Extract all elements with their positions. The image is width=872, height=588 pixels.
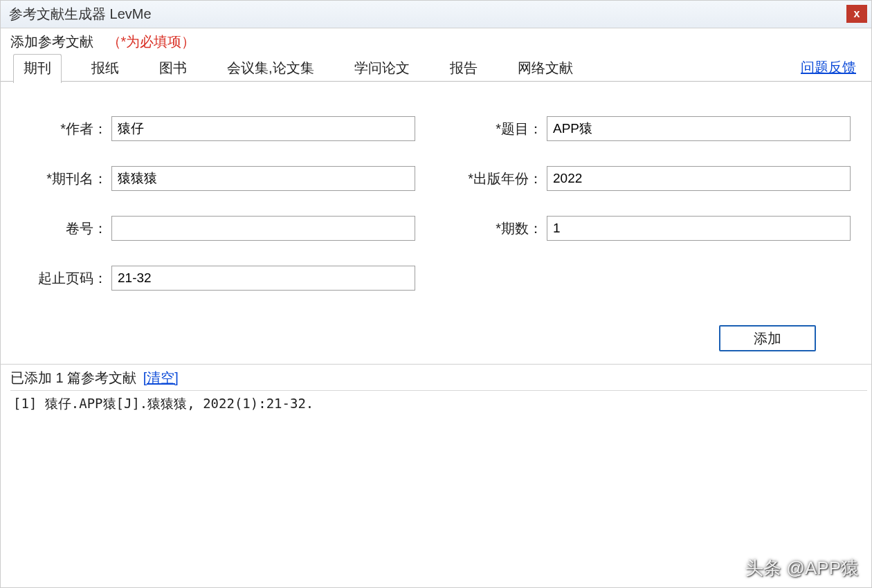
- field-author: *作者：: [21, 116, 415, 141]
- input-title[interactable]: [547, 116, 851, 141]
- added-suffix: 篇参考文献: [67, 370, 136, 385]
- input-pages[interactable]: [111, 266, 415, 291]
- label-author: *作者：: [21, 120, 111, 138]
- feedback-link[interactable]: 问题反馈: [801, 58, 859, 77]
- titlebar: 参考文献生成器 LevMe x: [1, 1, 871, 28]
- required-hint: （*为必填项）: [107, 34, 196, 49]
- tab-proceedings[interactable]: 会议集,论文集: [217, 54, 325, 83]
- input-volume[interactable]: [111, 216, 415, 241]
- add-reference-title: 添加参考文献: [10, 34, 93, 49]
- label-volume: 卷号：: [21, 219, 111, 238]
- tab-web[interactable]: 网络文献: [507, 54, 583, 83]
- form-area: *作者： *题目： *期刊名： *出版年份： 卷号： *期数：: [1, 82, 871, 304]
- tabs: 期刊 报纸 图书 会议集,论文集 学问论文 报告 网络文献 问题反馈: [1, 54, 871, 82]
- close-icon: x: [854, 8, 860, 20]
- add-row: 添加: [1, 304, 871, 364]
- label-journal: *期刊名：: [21, 169, 111, 188]
- field-issue: *期数：: [457, 216, 851, 241]
- tab-journal[interactable]: 期刊: [13, 54, 62, 83]
- tab-thesis[interactable]: 学问论文: [344, 54, 420, 83]
- label-pages: 起止页码：: [21, 269, 111, 288]
- added-prefix: 已添加: [10, 370, 52, 385]
- add-button[interactable]: 添加: [719, 325, 816, 351]
- section-header: 添加参考文献 （*为必填项）: [1, 28, 871, 54]
- label-issue: *期数：: [457, 219, 547, 238]
- input-year[interactable]: [547, 166, 851, 191]
- field-year: *出版年份：: [457, 166, 851, 191]
- window-title: 参考文献生成器 LevMe: [9, 5, 152, 24]
- output-line: [1] 猿仔.APP猿[J].猿猿猿, 2022(1):21-32.: [13, 395, 851, 413]
- close-button[interactable]: x: [846, 5, 867, 23]
- added-summary: 已添加 1 篇参考文献 [清空]: [1, 364, 871, 390]
- field-journal: *期刊名：: [21, 166, 415, 191]
- label-year: *出版年份：: [457, 169, 547, 188]
- label-title: *题目：: [457, 120, 547, 138]
- field-title: *题目：: [457, 116, 851, 141]
- input-author[interactable]: [111, 116, 415, 141]
- tab-report[interactable]: 报告: [439, 54, 488, 83]
- output-area[interactable]: [1] 猿仔.APP猿[J].猿猿猿, 2022(1):21-32.: [10, 390, 867, 583]
- tab-book[interactable]: 图书: [149, 54, 197, 83]
- input-issue[interactable]: [547, 216, 851, 241]
- added-count: 1: [56, 370, 64, 385]
- field-volume: 卷号：: [21, 216, 415, 241]
- tab-newspaper[interactable]: 报纸: [81, 54, 129, 83]
- clear-link[interactable]: [清空]: [143, 370, 179, 385]
- input-journal[interactable]: [111, 166, 415, 191]
- field-pages: 起止页码：: [21, 266, 415, 291]
